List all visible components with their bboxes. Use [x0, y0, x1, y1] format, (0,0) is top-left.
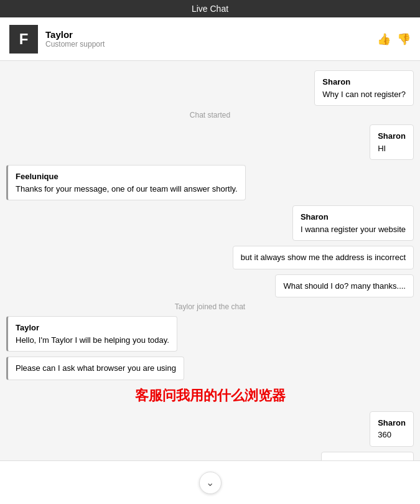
message-bubble: Please can I ask what browser you are us… — [6, 357, 184, 380]
message-bubble: but it always show me the address is inc… — [233, 246, 414, 269]
message-sender: Sharon — [378, 417, 406, 429]
message-text: Hello, I'm Taylor I will be helping you … — [16, 334, 169, 347]
message-row: Taylor Hello, I'm Taylor I will be helpi… — [6, 316, 414, 352]
scroll-down-button[interactable]: ⌄ — [199, 472, 222, 494]
thumbdown-icon[interactable]: 👎 — [397, 32, 411, 46]
message-sender: Sharon — [378, 130, 406, 142]
message-bubble: Sharon Why I can not register? — [314, 70, 414, 106]
message-bubble: should I use Google? — [321, 452, 414, 461]
message-row: Please can I ask what browser you are us… — [6, 357, 414, 380]
annotation-text: 客服问我用的什么浏览器 — [6, 386, 414, 405]
message-sender: Feelunique — [16, 170, 238, 183]
message-text: 360 — [378, 429, 406, 441]
message-bubble: Sharon I wanna register your website — [292, 205, 414, 241]
message-sender: Sharon — [301, 211, 406, 223]
message-row: Sharon Why I can not register? — [6, 70, 414, 106]
message-bubble: Sharon HI — [370, 124, 414, 160]
top-bar-title: Live Chat — [192, 4, 228, 14]
message-text: I wanna register your website — [301, 223, 406, 236]
message-row: Sharon 360 — [6, 411, 414, 447]
message-text: Why I can not register? — [322, 88, 406, 101]
message-row: should I use Google? — [6, 452, 414, 461]
agent-avatar: F — [9, 25, 38, 54]
chat-area[interactable]: Sharon Why I can not register? Chat star… — [0, 61, 420, 460]
message-text: but it always show me the address is inc… — [241, 251, 406, 264]
thumbup-icon[interactable]: 👍 — [377, 32, 391, 46]
message-row: Feelunique Thanks for your message, one … — [6, 165, 414, 200]
message-bubble: What should I do? many thanks.... — [275, 274, 414, 298]
message-text: Thanks for your message, one of our team… — [16, 183, 238, 195]
agent-name: Taylor — [45, 29, 377, 40]
message-text: HI — [378, 142, 406, 155]
message-row: but it always show me the address is inc… — [6, 246, 414, 269]
message-bubble: Sharon 360 — [370, 411, 414, 447]
message-sender: Taylor — [16, 322, 169, 334]
message-text: What should I do? many thanks.... — [283, 280, 406, 292]
chat-header: F Taylor Customer support 👍 👎 — [0, 17, 420, 61]
top-bar: Live Chat — [0, 0, 420, 17]
header-icons: 👍 👎 — [377, 32, 411, 46]
message-bubble: Feelunique Thanks for your message, one … — [6, 165, 246, 200]
agent-info: Taylor Customer support — [45, 29, 377, 49]
message-sender: Sharon — [322, 76, 406, 88]
message-bubble: Taylor Hello, I'm Taylor I will be helpi… — [6, 316, 177, 352]
system-message: Taylor joined the chat — [6, 302, 414, 311]
message-row: Sharon I wanna register your website — [6, 205, 414, 241]
bottom-bar: ⌄ — [0, 460, 420, 504]
agent-role: Customer support — [45, 40, 377, 49]
message-row: What should I do? many thanks.... — [6, 274, 414, 298]
message-text: Please can I ask what browser you are us… — [16, 362, 176, 375]
message-row: Sharon HI — [6, 124, 414, 160]
system-message: Chat started — [6, 111, 414, 119]
